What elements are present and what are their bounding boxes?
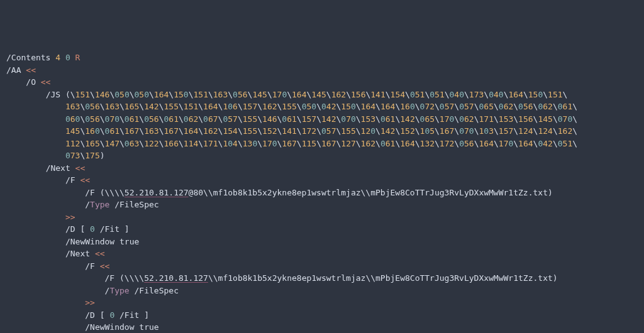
pdf-source-code: /Contents 4 0 R /AA << /O << /JS (\151\1… [6, 52, 638, 333]
